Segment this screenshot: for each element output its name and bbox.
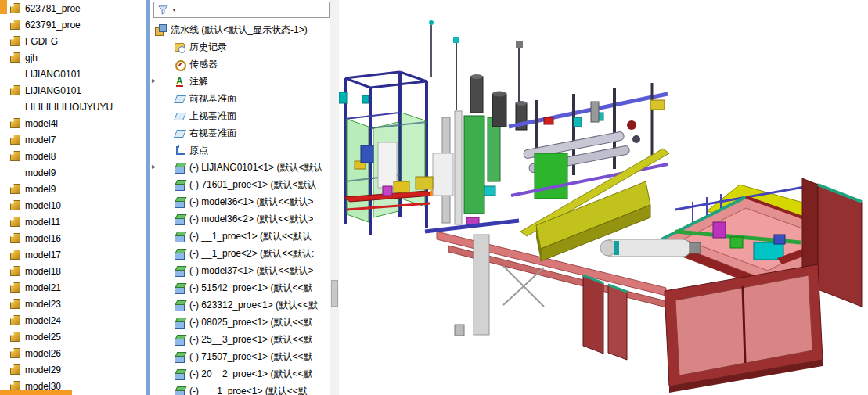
tree-item-label: (-) __1_proe<2> (默认<<默认: <box>189 247 314 260</box>
file-item-label: LIJIANG0101 <box>25 69 81 80</box>
part-file-icon <box>10 184 20 194</box>
tree-item[interactable]: ▸ (-) model36<2> (默认<<默认> <box>150 210 330 228</box>
tree-item-label: (-) LIJIANG0101<1> (默认<默认 <box>189 161 322 174</box>
tree-item[interactable]: ▸ 注解 <box>150 73 330 90</box>
tree-item-icon <box>174 196 185 208</box>
tree-item-icon <box>174 386 185 395</box>
file-item[interactable]: model4l <box>0 115 146 131</box>
tree-item-icon <box>174 248 185 260</box>
tree-item-label: 传感器 <box>189 58 218 71</box>
file-item-label: model18 <box>25 266 61 277</box>
tree-item-label: (-) 623312_proe<1> (默认<<默 <box>189 299 318 312</box>
file-item[interactable]: 623781_proe <box>0 0 146 16</box>
file-item[interactable]: model23 <box>0 296 146 312</box>
tree-item-label: (-) 71507_proe<1> (默认<<默 <box>189 350 312 364</box>
file-item-label: model23 <box>25 299 61 310</box>
tree-item[interactable]: ▸ 上视基准面 <box>150 107 330 124</box>
feature-tree: 流水线 (默认<默认_显示状态-1>) ▸ 历史记录 ▸ 传感器 <box>150 21 330 395</box>
tree-item[interactable]: ▸ (-) 51542_proe<1> (默认<<默 <box>150 279 330 296</box>
tree-item[interactable]: ▸ (-) 71601_proe<1> (默认<默认 <box>150 176 330 193</box>
tree-item[interactable]: ▸ 右视基准面 <box>150 124 330 142</box>
expand-arrow-icon[interactable]: ▸ <box>152 162 161 171</box>
assembly-3d-model <box>339 0 868 395</box>
file-item[interactable]: model9 <box>0 164 146 181</box>
file-item[interactable]: model11 <box>0 214 146 230</box>
graphics-area[interactable] <box>339 0 868 395</box>
solidworks-window: 623781_proe 623791_proe FGDFG gjh <box>0 0 868 395</box>
part-file-icon <box>10 348 20 358</box>
tree-item-label: (-) model36<2> (默认<<默认> <box>189 213 313 226</box>
tree-item[interactable]: ▸ (-) ___1_proe<1> (默认<<默 <box>150 382 330 395</box>
tree-item-label: 上视基准面 <box>189 110 236 123</box>
tree-item[interactable]: ▸ (-) __1_proe<1> (默认<<默认 <box>150 228 330 245</box>
file-item[interactable]: model7 <box>0 131 146 148</box>
tree-item[interactable]: ▸ 传感器 <box>150 56 330 73</box>
file-item[interactable]: 623791_proe <box>0 16 146 33</box>
funnel-icon <box>157 4 169 16</box>
file-item-label: LIJIANG0101 <box>25 85 81 96</box>
file-item[interactable]: model25 <box>0 329 146 345</box>
file-item[interactable]: FGDFG <box>0 33 146 49</box>
tree-item-label: (-) 51542_proe<1> (默认<<默 <box>189 282 312 295</box>
file-item[interactable]: model9 <box>0 181 146 197</box>
file-item[interactable]: model26 <box>0 345 146 361</box>
tree-item[interactable]: ▸ (-) LIJIANG0101<1> (默认<默认 <box>150 159 330 176</box>
part-file-icon <box>10 135 20 145</box>
scrollbar-thumb[interactable] <box>331 280 338 307</box>
file-item-label: model7 <box>25 135 56 145</box>
tree-item-icon <box>174 214 185 225</box>
file-list: 623781_proe 623791_proe FGDFG gjh <box>0 0 146 394</box>
assembly-root-item[interactable]: 流水线 (默认<默认_显示状态-1>) <box>150 21 330 38</box>
file-list-panel: 623781_proe 623791_proe FGDFG gjh <box>0 0 146 395</box>
tree-item-label: 注解 <box>189 75 208 88</box>
tree-item[interactable]: ▸ (-) 08025_proe<1> (默认<<默 <box>150 314 330 331</box>
filter-box[interactable]: ▼ <box>153 2 330 18</box>
tree-item[interactable]: ▸ 前视基准面 <box>150 90 330 107</box>
tree-item-label: (-) 20__2_proe<1> (默认<<默 <box>189 368 312 381</box>
tree-item-icon <box>174 179 185 191</box>
file-item[interactable]: model10 <box>0 197 146 214</box>
expand-arrow-icon[interactable]: ▸ <box>152 76 161 84</box>
tree-item[interactable]: ▸ 历史记录 <box>150 38 330 56</box>
pusher-cylinder <box>600 239 701 257</box>
file-item[interactable]: model16 <box>0 230 146 246</box>
gantry-frame <box>339 20 436 235</box>
file-item[interactable]: model29 <box>0 361 146 378</box>
tree-item-icon <box>174 110 185 122</box>
file-item[interactable]: model8 <box>0 148 146 164</box>
file-item-label: model4l <box>25 118 58 129</box>
tree-item[interactable]: ▸ (-) 25__3_proe<1> (默认<<默 <box>150 331 330 348</box>
tree-scrollbar[interactable] <box>330 0 339 395</box>
tree-item-icon <box>174 368 185 380</box>
tree-item[interactable]: ▸ 原点 <box>150 142 330 159</box>
tree-item-icon <box>174 265 185 277</box>
tree-item[interactable]: ▸ (-) model36<1> (默认<<默认> <box>150 193 330 210</box>
file-item[interactable]: LIJIANG0101 <box>0 66 146 82</box>
file-item-label: model16 <box>25 233 61 244</box>
tree-item[interactable]: ▸ (-) 623312_proe<1> (默认<<默 <box>150 296 330 314</box>
file-item[interactable]: model21 <box>0 279 146 296</box>
tree-item-icon <box>174 41 185 53</box>
file-item[interactable]: LILILILILILIOIJYUYU <box>0 99 146 115</box>
file-item-label: FGDFG <box>25 36 58 47</box>
tree-item[interactable]: ▸ (-) model37<1> (默认<<默认> <box>150 262 330 279</box>
file-item[interactable]: model17 <box>0 246 146 263</box>
tree-item-icon <box>174 282 185 294</box>
tree-item-icon <box>174 231 185 242</box>
file-item-label: model29 <box>25 364 61 375</box>
tree-item[interactable]: ▸ (-) 20__2_proe<1> (默认<<默 <box>150 365 330 382</box>
tree-item[interactable]: ▸ (-) __1_proe<2> (默认<<默认: <box>150 245 330 262</box>
filter-dropdown-caret[interactable]: ▼ <box>171 7 177 13</box>
tree-item-label: 原点 <box>189 144 208 157</box>
part-file-icon <box>10 52 20 63</box>
toolbar-fragment <box>0 0 7 14</box>
part-file-icon <box>10 3 20 13</box>
tree-item[interactable]: ▸ (-) 71507_proe<1> (默认<<默 <box>150 348 330 365</box>
tree-item-label: (-) ___1_proe<1> (默认<<默 <box>189 385 308 395</box>
file-item-label: 623781_proe <box>25 3 81 14</box>
file-item[interactable]: LIJIANG0101 <box>0 82 146 99</box>
file-item-label: model10 <box>25 200 61 211</box>
file-item[interactable]: model18 <box>0 263 146 279</box>
file-item[interactable]: gjh <box>0 49 146 66</box>
file-item[interactable]: model24 <box>0 312 146 329</box>
